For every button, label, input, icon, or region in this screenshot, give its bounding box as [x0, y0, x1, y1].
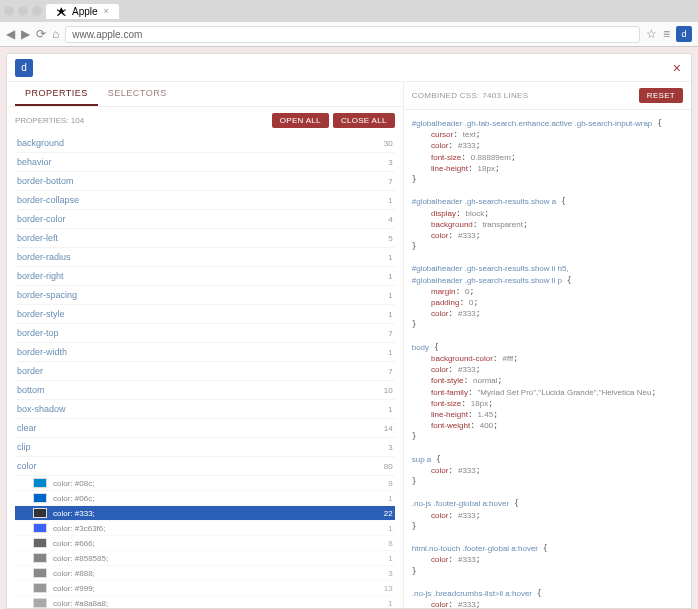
app-header: d ×: [7, 54, 691, 82]
property-row[interactable]: border-right1: [15, 267, 395, 286]
property-count: 80: [384, 462, 393, 471]
url-text: www.apple.com: [72, 29, 142, 40]
color-value-row[interactable]: color: #999;13: [15, 581, 395, 596]
property-name: behavior: [17, 157, 52, 167]
combined-css-label: COMBINED CSS: 7403 LINES: [412, 91, 529, 100]
color-count: 1: [388, 524, 392, 533]
property-name: border-collapse: [17, 195, 79, 205]
extension-icon[interactable]: d: [676, 26, 692, 42]
color-label: color: #3c63f6;: [53, 524, 105, 533]
color-value-row[interactable]: color: #a8a8a8;1: [15, 596, 395, 608]
property-name: background: [17, 138, 64, 148]
app-logo: d: [15, 59, 33, 77]
property-row[interactable]: border-spacing1: [15, 286, 395, 305]
color-swatch: [33, 493, 47, 503]
property-name: border-width: [17, 347, 67, 357]
color-swatch: [33, 598, 47, 608]
bookmark-icon[interactable]: ☆: [646, 27, 657, 41]
color-swatch: [33, 508, 47, 518]
property-row[interactable]: box-shadow1: [15, 400, 395, 419]
color-label: color: #858585;: [53, 554, 108, 563]
color-label: color: #999;: [53, 584, 95, 593]
color-value-row[interactable]: color: #888;3: [15, 566, 395, 581]
property-name: border-right: [17, 271, 64, 281]
property-row[interactable]: behavior3: [15, 153, 395, 172]
color-swatch: [33, 538, 47, 548]
property-name: border-top: [17, 328, 59, 338]
color-value-row[interactable]: color: #858585;1: [15, 551, 395, 566]
back-button[interactable]: ◀: [6, 27, 15, 41]
close-icon[interactable]: ×: [104, 6, 109, 16]
forward-button[interactable]: ▶: [21, 27, 30, 41]
color-label: color: #888;: [53, 569, 95, 578]
color-swatch: [33, 568, 47, 578]
css-code[interactable]: #globalheader .gh-tab-search.enhance.act…: [404, 110, 691, 608]
browser-nav-row: ◀ ▶ ⟳ ⌂ www.apple.com ☆ ≡ d: [0, 22, 698, 46]
props-header: PROPERTIES: 104 OPEN ALL CLOSE ALL: [7, 107, 403, 134]
tab-properties[interactable]: PROPERTIES: [15, 82, 98, 106]
property-count: 1: [388, 310, 392, 319]
close-icon[interactable]: ×: [673, 60, 681, 76]
property-count: 1: [388, 196, 392, 205]
property-name: border-left: [17, 233, 58, 243]
color-value-row[interactable]: color: #06c;1: [15, 491, 395, 506]
property-row[interactable]: clear14: [15, 419, 395, 438]
property-row[interactable]: color80: [15, 457, 395, 476]
property-row[interactable]: clip3: [15, 438, 395, 457]
main-area: PROPERTIESSELECTORS PROPERTIES: 104 OPEN…: [7, 82, 691, 608]
property-name: color: [17, 461, 37, 471]
color-count: 22: [384, 509, 393, 518]
right-header: COMBINED CSS: 7403 LINES RESET: [404, 82, 691, 110]
property-count: 1: [388, 272, 392, 281]
close-all-button[interactable]: CLOSE ALL: [333, 113, 395, 128]
property-name: border: [17, 366, 43, 376]
tab-selectors[interactable]: SELECTORS: [98, 82, 177, 106]
color-value-row[interactable]: color: #3c63f6;1: [15, 521, 395, 536]
window-control-dot[interactable]: [18, 6, 28, 16]
window-control-dot[interactable]: [4, 6, 14, 16]
browser-chrome: 🟊 Apple × ◀ ▶ ⟳ ⌂ www.apple.com ☆ ≡ d: [0, 0, 698, 47]
color-count: 13: [384, 584, 393, 593]
window-control-dot[interactable]: [32, 6, 42, 16]
property-row[interactable]: bottom10: [15, 381, 395, 400]
property-row[interactable]: background30: [15, 134, 395, 153]
property-row[interactable]: border-color4: [15, 210, 395, 229]
reload-button[interactable]: ⟳: [36, 27, 46, 41]
color-value-row[interactable]: color: #08c;8: [15, 476, 395, 491]
home-button[interactable]: ⌂: [52, 27, 59, 41]
color-label: color: #06c;: [53, 494, 94, 503]
property-row[interactable]: border-collapse1: [15, 191, 395, 210]
color-swatch: [33, 478, 47, 488]
property-row[interactable]: border-top7: [15, 324, 395, 343]
property-count: 7: [388, 329, 392, 338]
color-count: 1: [388, 494, 392, 503]
property-row[interactable]: border-style1: [15, 305, 395, 324]
property-count: 1: [388, 405, 392, 414]
color-value-row[interactable]: color: #333;22: [15, 506, 395, 521]
color-value-row[interactable]: color: #666;8: [15, 536, 395, 551]
property-row[interactable]: border7: [15, 362, 395, 381]
browser-tab[interactable]: 🟊 Apple ×: [46, 4, 119, 19]
property-count: 1: [388, 253, 392, 262]
reset-button[interactable]: RESET: [639, 88, 683, 103]
menu-icon[interactable]: ≡: [663, 27, 670, 41]
property-row[interactable]: border-bottom7: [15, 172, 395, 191]
color-swatch: [33, 553, 47, 563]
property-count: 1: [388, 291, 392, 300]
property-name: bottom: [17, 385, 45, 395]
color-swatch: [33, 523, 47, 533]
tab-title: Apple: [72, 6, 98, 17]
property-count: 7: [388, 177, 392, 186]
color-count: 8: [388, 539, 392, 548]
properties-list: background30behavior3border-bottom7borde…: [7, 134, 403, 608]
browser-tabs-row: 🟊 Apple ×: [0, 0, 698, 22]
open-all-button[interactable]: OPEN ALL: [272, 113, 329, 128]
property-row[interactable]: border-radius1: [15, 248, 395, 267]
url-bar[interactable]: www.apple.com: [65, 26, 640, 43]
color-label: color: #666;: [53, 539, 95, 548]
property-name: border-style: [17, 309, 65, 319]
apple-favicon: 🟊: [56, 6, 66, 17]
property-row[interactable]: border-left5: [15, 229, 395, 248]
tabs-bar: PROPERTIESSELECTORS: [7, 82, 403, 107]
property-row[interactable]: border-width1: [15, 343, 395, 362]
